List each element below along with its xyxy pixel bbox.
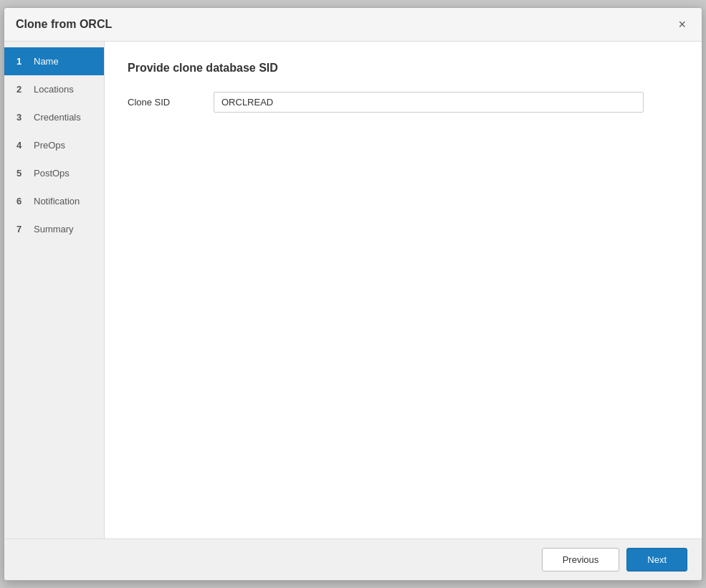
dialog-title: Clone from ORCL — [16, 18, 112, 31]
step-label-7: Summary — [34, 224, 74, 234]
form-row-clone-sid: Clone SID — [128, 92, 679, 113]
dialog-footer: Previous Next — [4, 539, 702, 580]
step-num-5: 5 — [16, 168, 28, 179]
sidebar-item-name[interactable]: 1 Name — [4, 47, 104, 75]
sidebar: 1 Name 2 Locations 3 Credentials 4 PreOp… — [4, 42, 105, 539]
dialog-body: 1 Name 2 Locations 3 Credentials 4 PreOp… — [4, 42, 702, 539]
sidebar-item-summary[interactable]: 7 Summary — [4, 215, 104, 243]
sidebar-item-notification[interactable]: 6 Notification — [4, 187, 104, 215]
step-label-1: Name — [34, 56, 59, 67]
step-label-4: PreOps — [34, 140, 65, 151]
sidebar-item-credentials[interactable]: 3 Credentials — [4, 103, 104, 131]
step-num-4: 4 — [16, 140, 28, 151]
clone-dialog: Clone from ORCL × 1 Name 2 Locations 3 C… — [4, 7, 702, 581]
clone-sid-label: Clone SID — [128, 97, 214, 108]
sidebar-item-locations[interactable]: 2 Locations — [4, 75, 104, 103]
sidebar-item-preops[interactable]: 4 PreOps — [4, 131, 104, 159]
main-content: Provide clone database SID Clone SID — [105, 42, 702, 539]
step-label-5: PostOps — [34, 168, 70, 179]
step-num-1: 1 — [16, 56, 28, 67]
clone-sid-input[interactable] — [214, 92, 644, 113]
close-button[interactable]: × — [674, 16, 690, 32]
step-num-3: 3 — [16, 112, 28, 123]
step-num-2: 2 — [16, 84, 28, 95]
sidebar-item-postops[interactable]: 5 PostOps — [4, 159, 104, 187]
previous-button[interactable]: Previous — [542, 548, 620, 572]
dialog-header: Clone from ORCL × — [4, 8, 702, 42]
section-title: Provide clone database SID — [128, 62, 679, 75]
step-label-2: Locations — [34, 84, 74, 95]
step-num-7: 7 — [16, 224, 28, 234]
step-label-6: Notification — [34, 196, 80, 207]
step-num-6: 6 — [16, 196, 28, 207]
step-label-3: Credentials — [34, 112, 81, 123]
next-button[interactable]: Next — [626, 548, 687, 572]
